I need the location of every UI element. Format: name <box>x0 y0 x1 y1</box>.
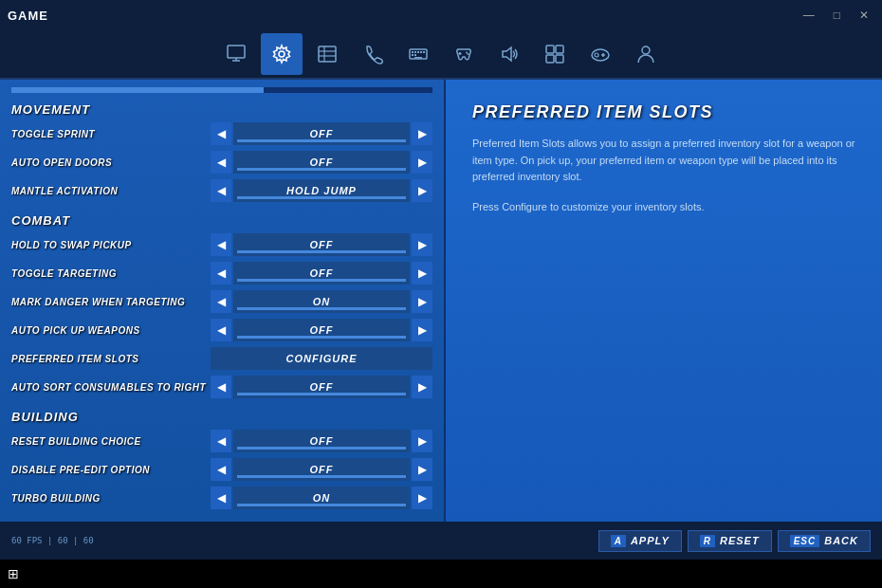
auto-sort-left[interactable]: ◀ <box>211 376 231 398</box>
reset-building-right[interactable]: ▶ <box>412 430 432 452</box>
hold-swap-left[interactable]: ◀ <box>211 233 231 256</box>
nav-keyboard[interactable] <box>397 33 439 75</box>
hold-swap-right[interactable]: ▶ <box>412 233 432 256</box>
back-key: ESC <box>790 535 820 547</box>
setting-disable-preedit: DISABLE PRE-EDIT OPTION ◀ OFF ▶ <box>11 456 432 483</box>
reset-key: R <box>700 535 715 547</box>
nav-network[interactable] <box>534 33 576 75</box>
left-panel: MOVEMENT TOGGLE SPRINT ◀ OFF ▶ AUTO OPEN… <box>0 80 446 522</box>
disable-preedit-label: DISABLE PRE-EDIT OPTION <box>11 465 211 475</box>
toggle-targeting-value-bar: OFF <box>233 262 410 285</box>
movement-header: MOVEMENT <box>11 102 432 117</box>
disable-preedit-value-bar: OFF <box>233 458 410 481</box>
svg-point-30 <box>642 46 650 54</box>
turbo-building-left[interactable]: ◀ <box>211 487 231 509</box>
right-panel: PREFERRED ITEM SLOTS Preferred Item Slot… <box>446 80 882 522</box>
reset-button[interactable]: R RESET <box>688 530 772 552</box>
nav-phone[interactable] <box>352 33 394 75</box>
auto-pickup-right[interactable]: ▶ <box>412 319 432 341</box>
nav-display[interactable] <box>306 33 348 75</box>
back-button[interactable]: ESC BACK <box>778 530 871 552</box>
svg-rect-14 <box>412 54 413 56</box>
mark-danger-bar-inner <box>237 307 406 310</box>
turbo-building-label: TURBO BUILDING <box>11 493 211 504</box>
apply-key: A <box>611 535 626 547</box>
toggle-targeting-bar-inner <box>237 279 406 282</box>
setting-auto-pickup: AUTO PICK UP WEAPONS ◀ OFF ▶ <box>11 317 432 343</box>
main-layout: MOVEMENT TOGGLE SPRINT ◀ OFF ▶ AUTO OPEN… <box>0 80 882 522</box>
start-button[interactable]: ⊞ <box>8 566 19 581</box>
mark-danger-right[interactable]: ▶ <box>412 290 432 313</box>
auto-pickup-control: ◀ OFF ▶ <box>211 319 432 341</box>
svg-rect-9 <box>412 51 413 53</box>
hold-swap-bar-inner <box>237 250 406 253</box>
mantle-activation-right[interactable]: ▶ <box>412 179 432 202</box>
svg-rect-25 <box>556 55 563 63</box>
auto-pickup-value-bar: OFF <box>233 319 410 341</box>
preferred-slots-control: CONFIGURE <box>211 347 432 370</box>
mantle-activation-label: MANTLE ACTIVATION <box>11 186 211 196</box>
info-note: Press Configure to customize your invent… <box>472 199 855 216</box>
svg-point-19 <box>466 52 468 54</box>
reset-building-bar-inner <box>237 447 406 450</box>
toggle-targeting-right[interactable]: ▶ <box>412 262 432 285</box>
scroll-indicator <box>11 87 432 93</box>
auto-sort-right[interactable]: ▶ <box>412 376 432 398</box>
setting-hold-swap: HOLD TO SWAP PICKUP ◀ OFF ▶ <box>11 231 432 258</box>
nav-gamepad[interactable] <box>443 33 485 75</box>
building-header: BUILDING <box>11 410 432 424</box>
toggle-sprint-left[interactable]: ◀ <box>211 122 231 145</box>
hold-swap-label: HOLD TO SWAP PICKUP <box>11 240 211 250</box>
svg-rect-13 <box>423 51 425 53</box>
mark-danger-left[interactable]: ◀ <box>211 290 231 313</box>
maximize-button[interactable]: □ <box>828 7 846 24</box>
reset-building-left[interactable]: ◀ <box>211 430 231 452</box>
close-button[interactable]: ✕ <box>854 7 874 24</box>
bottom-buttons: A APPLY R RESET ESC BACK <box>598 530 871 552</box>
reset-building-control: ◀ OFF ▶ <box>211 430 432 452</box>
mark-danger-value: ON <box>313 296 331 307</box>
auto-pickup-left[interactable]: ◀ <box>211 319 231 341</box>
back-label: BACK <box>824 535 858 546</box>
svg-rect-0 <box>228 46 245 58</box>
svg-marker-21 <box>503 47 511 61</box>
disable-preedit-left[interactable]: ◀ <box>211 458 231 481</box>
auto-open-doors-value-bar: OFF <box>233 151 410 174</box>
setting-turbo-building: TURBO BUILDING ◀ ON ▶ <box>11 485 432 511</box>
nav-gear[interactable] <box>261 33 303 75</box>
nav-audio[interactable] <box>488 33 530 75</box>
configure-button[interactable]: CONFIGURE <box>211 347 432 370</box>
mark-danger-control: ◀ ON ▶ <box>211 290 432 313</box>
hold-swap-control: ◀ OFF ▶ <box>211 233 432 256</box>
auto-open-doors-left[interactable]: ◀ <box>211 151 231 174</box>
setting-toggle-targeting: TOGGLE TARGETING ◀ OFF ▶ <box>11 260 432 286</box>
auto-open-doors-value: OFF <box>310 156 334 168</box>
svg-rect-12 <box>420 51 422 53</box>
turbo-building-bar-inner <box>237 504 406 506</box>
setting-auto-open-doors: AUTO OPEN DOORS ◀ OFF ▶ <box>11 149 432 175</box>
info-description: Preferred Item Slots allows you to assig… <box>472 136 855 186</box>
toggle-targeting-left[interactable]: ◀ <box>211 262 231 285</box>
nav-monitor[interactable] <box>215 33 257 75</box>
scroll-thumb <box>11 87 264 93</box>
nav-controller2[interactable] <box>579 33 621 75</box>
combat-header: COMBAT <box>11 213 432 228</box>
disable-preedit-right[interactable]: ▶ <box>412 458 432 481</box>
apply-button[interactable]: A APPLY <box>598 530 682 552</box>
auto-sort-bar-inner <box>237 393 406 395</box>
auto-sort-control: ◀ OFF ▶ <box>211 376 432 398</box>
hold-swap-value-bar: OFF <box>233 233 410 256</box>
toggle-sprint-bar-inner <box>237 139 406 142</box>
toggle-targeting-label: TOGGLE TARGETING <box>11 268 211 279</box>
app-title: GAME <box>8 9 48 23</box>
toggle-sprint-right[interactable]: ▶ <box>412 122 432 145</box>
fps-counter: 60 FPS | 60 | 60 <box>11 536 94 545</box>
disable-preedit-value: OFF <box>310 464 334 475</box>
auto-open-doors-right[interactable]: ▶ <box>412 151 432 174</box>
nav-user[interactable] <box>625 33 667 75</box>
minimize-button[interactable]: — <box>798 7 820 24</box>
svg-point-3 <box>279 51 285 57</box>
turbo-building-right[interactable]: ▶ <box>412 487 432 509</box>
auto-pickup-label: AUTO PICK UP WEAPONS <box>11 325 211 336</box>
mantle-activation-left[interactable]: ◀ <box>211 179 231 202</box>
